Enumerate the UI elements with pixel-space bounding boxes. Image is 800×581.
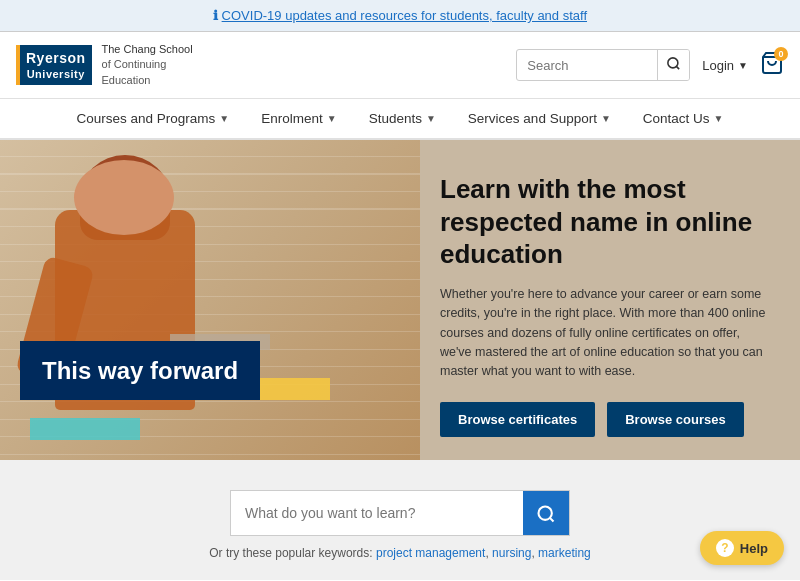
nav-students[interactable]: Students ▼ xyxy=(353,99,452,138)
chevron-down-icon: ▼ xyxy=(714,113,724,124)
nav-courses-programs[interactable]: Courses and Programs ▼ xyxy=(60,99,245,138)
nav-enrolment[interactable]: Enrolment ▼ xyxy=(245,99,352,138)
top-banner: ℹ COVID-19 updates and resources for stu… xyxy=(0,0,800,32)
header-search-button[interactable] xyxy=(657,49,689,81)
popular-keywords-label: Or try these popular keywords: xyxy=(209,546,372,560)
nav-label: Enrolment xyxy=(261,111,323,126)
keyword-project-management[interactable]: project management xyxy=(376,546,485,560)
help-label: Help xyxy=(740,541,768,556)
svg-line-4 xyxy=(550,518,554,522)
keyword-nursing[interactable]: nursing xyxy=(492,546,531,560)
hero-background xyxy=(0,140,420,460)
svg-line-1 xyxy=(677,66,680,69)
chevron-down-icon: ▼ xyxy=(426,113,436,124)
main-search-bar[interactable] xyxy=(230,490,570,536)
search-section: Or try these popular keywords: project m… xyxy=(0,460,800,580)
school-subtitle: of ContinuingEducation xyxy=(102,57,193,88)
chevron-down-icon: ▼ xyxy=(738,60,748,71)
logo-line1: Ryerson xyxy=(26,49,86,67)
nav-label: Services and Support xyxy=(468,111,597,126)
logo-area: Ryerson University The Chang School of C… xyxy=(16,42,216,88)
help-button[interactable]: ? Help xyxy=(700,531,784,565)
site-header: Ryerson University The Chang School of C… xyxy=(0,32,800,99)
header-search[interactable] xyxy=(516,49,690,81)
cart-icon[interactable]: 0 xyxy=(760,51,784,79)
hero-tagline: This way forward xyxy=(20,341,260,400)
browse-courses-button[interactable]: Browse courses xyxy=(607,402,743,437)
header-right: Login ▼ 0 xyxy=(516,49,784,81)
info-icon: ℹ xyxy=(213,8,218,23)
ryerson-logo[interactable]: Ryerson University xyxy=(16,45,92,85)
hero-body: Whether you're here to advance your care… xyxy=(440,285,770,382)
nav-contact-us[interactable]: Contact Us ▼ xyxy=(627,99,740,138)
hero-buttons: Browse certificates Browse courses xyxy=(440,402,770,437)
accent-teal xyxy=(30,418,140,440)
chevron-down-icon: ▼ xyxy=(601,113,611,124)
cart-count: 0 xyxy=(774,47,788,61)
browse-certificates-button[interactable]: Browse certificates xyxy=(440,402,595,437)
help-icon: ? xyxy=(716,539,734,557)
header-search-input[interactable] xyxy=(517,58,657,73)
chevron-down-icon: ▼ xyxy=(327,113,337,124)
hero-content: Learn with the most respected name in on… xyxy=(420,140,800,460)
svg-point-0 xyxy=(668,58,678,68)
login-label: Login xyxy=(702,58,734,73)
hero-section: This way forward Learn with the most res… xyxy=(0,140,800,460)
keyword-marketing[interactable]: marketing xyxy=(538,546,591,560)
nav-label: Contact Us xyxy=(643,111,710,126)
popular-keywords: Or try these popular keywords: project m… xyxy=(209,546,591,560)
svg-point-3 xyxy=(539,507,552,520)
main-search-input[interactable] xyxy=(231,491,523,535)
chevron-down-icon: ▼ xyxy=(219,113,229,124)
covid-link[interactable]: COVID-19 updates and resources for stude… xyxy=(222,8,587,23)
hero-headline: Learn with the most respected name in on… xyxy=(440,173,770,271)
main-nav: Courses and Programs ▼ Enrolment ▼ Stude… xyxy=(0,99,800,140)
nav-label: Courses and Programs xyxy=(76,111,215,126)
main-search-button[interactable] xyxy=(523,491,569,536)
logo-line2: University xyxy=(26,67,86,81)
nav-label: Students xyxy=(369,111,422,126)
login-button[interactable]: Login ▼ xyxy=(702,58,748,73)
school-name: The Chang School of ContinuingEducation xyxy=(102,42,193,88)
nav-services-support[interactable]: Services and Support ▼ xyxy=(452,99,627,138)
school-name-line1: The Chang School xyxy=(102,42,193,57)
